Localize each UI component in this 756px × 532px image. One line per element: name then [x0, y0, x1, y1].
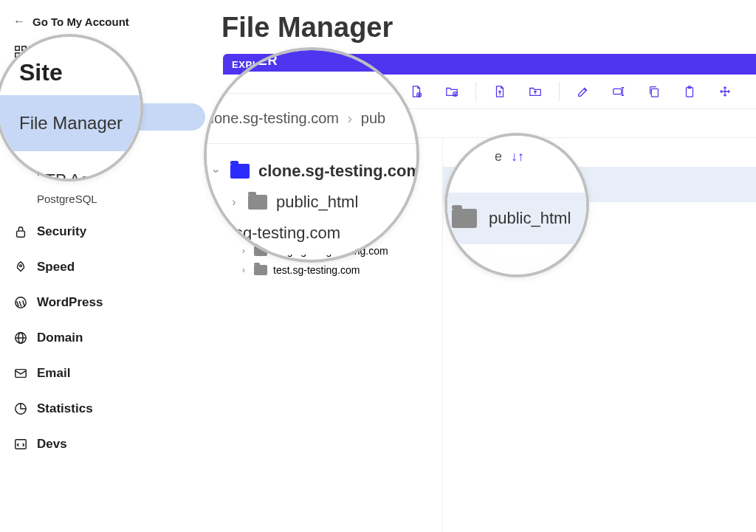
back-to-account-link[interactable]: ← Go To My Account: [0, 9, 223, 35]
tree-item[interactable]: › clone.sg-testing.com: [227, 145, 438, 165]
nav-email[interactable]: Email: [0, 357, 223, 390]
nav-dashboard-label: Dashboard: [37, 44, 103, 59]
explorer-header: EXPLORER: [223, 54, 756, 75]
breadcrumb-sub[interactable]: public_html: [351, 118, 405, 130]
svg-point-7: [20, 265, 22, 267]
toolbar-separator: [559, 82, 560, 101]
svg-rect-0: [16, 46, 19, 50]
file-row[interactable]: public_html: [443, 167, 756, 202]
arrow-left-icon: ←: [13, 15, 25, 28]
tree-item[interactable]: › sg-testing.com: [227, 184, 438, 203]
file-grid-header[interactable]: Name ↓↑: [443, 144, 756, 167]
chevron-right-icon[interactable]: ›: [239, 169, 248, 179]
main-content: File Manager EXPLORER: [223, 0, 756, 532]
folder-tree: › clone.sg-testing.com › public_html › s…: [223, 138, 443, 532]
svg-rect-4: [16, 83, 26, 92]
chevron-right-icon: ›: [340, 118, 344, 130]
toolbar-separator: [475, 82, 476, 101]
nav-speed[interactable]: Speed: [0, 251, 223, 283]
chevron-down-icon[interactable]: ›: [228, 151, 238, 159]
folder-icon: [267, 207, 281, 218]
subnav-pgsql[interactable]: PostgreSQL: [0, 185, 205, 213]
nav-domain-label: Domain: [37, 331, 83, 345]
back-link-label: Go To My Account: [32, 15, 129, 28]
chevron-down-icon[interactable]: ›: [228, 189, 238, 198]
breadcrumb-root[interactable]: clone.sg-testing.com: [235, 118, 333, 130]
folder-icon: [267, 227, 281, 237]
nav-speed-label: Speed: [37, 260, 75, 274]
nav-devs-label: Devs: [37, 437, 67, 452]
page-title: File Manager: [221, 0, 756, 54]
rocket-icon: [13, 260, 28, 274]
file-manager-panel: EXPLORER: [223, 54, 756, 532]
nav-email-label: Email: [37, 366, 70, 381]
nav-wordpress[interactable]: WordPress: [0, 286, 223, 319]
folder-icon: [254, 265, 267, 275]
subnav-ftp[interactable]: FTP Accounts: [0, 131, 205, 158]
nav-dashboard[interactable]: Dashboard: [0, 35, 223, 68]
svg-rect-12: [16, 370, 26, 378]
nav-wordpress-label: WordPress: [37, 295, 103, 310]
svg-rect-2: [16, 53, 19, 57]
window-icon: [13, 80, 28, 94]
copy-icon[interactable]: [647, 84, 662, 99]
svg-rect-14: [16, 440, 26, 449]
nav-domain[interactable]: Domain: [0, 322, 223, 354]
lock-icon: [13, 224, 28, 239]
upload-file-icon[interactable]: [492, 84, 507, 99]
rename-icon[interactable]: [611, 84, 626, 99]
nav-security-label: Security: [37, 224, 86, 239]
nav-statistics[interactable]: Statistics: [0, 393, 223, 425]
svg-rect-1: [22, 46, 26, 50]
nav-devs[interactable]: Devs: [0, 428, 223, 460]
tree-item[interactable]: › public_html: [227, 203, 438, 222]
svg-rect-3: [22, 53, 26, 57]
file-row-label: public_html: [486, 177, 549, 192]
chevron-right-icon[interactable]: ›: [252, 227, 261, 237]
breadcrumb[interactable]: clone.sg-testing.com › public_html: [223, 109, 756, 138]
wordpress-icon: [13, 295, 28, 310]
folder-icon: [244, 150, 257, 160]
pie-icon: [13, 401, 28, 416]
chevron-right-icon[interactable]: ›: [252, 207, 261, 218]
grid-icon: [13, 44, 28, 59]
folder-icon: [456, 177, 475, 192]
column-name: Name: [483, 150, 509, 161]
svg-rect-18: [651, 89, 658, 97]
folder-icon: [244, 188, 257, 198]
folder-icon: [254, 169, 267, 179]
tree-item[interactable]: › test.sg-testing.com: [227, 260, 438, 280]
toolbar: [223, 75, 756, 109]
nav-security[interactable]: Security: [0, 215, 223, 248]
subnav-mysql[interactable]: MySQL: [0, 158, 205, 185]
code-icon: [13, 437, 28, 452]
folder-icon: [254, 246, 267, 256]
envelope-icon: [13, 366, 28, 381]
new-folder-icon[interactable]: [444, 84, 459, 99]
chevron-right-icon[interactable]: ›: [239, 265, 248, 275]
move-icon[interactable]: [718, 84, 732, 99]
svg-rect-17: [614, 89, 622, 94]
tree-item[interactable]: › public_html: [227, 165, 438, 184]
nav-site[interactable]: Site: [0, 71, 223, 103]
tree-item[interactable]: › webstats: [227, 222, 438, 241]
new-file-icon[interactable]: [409, 84, 424, 99]
tree-item[interactable]: › staging14.sg-testing.com: [227, 241, 438, 260]
nav-site-label: Site: [37, 80, 60, 94]
edit-icon[interactable]: [576, 84, 591, 99]
svg-rect-6: [17, 231, 25, 237]
nav-statistics-label: Statistics: [37, 401, 93, 416]
sidebar: ← Go To My Account Dashboard Site File M…: [0, 0, 223, 532]
subnav-file-manager[interactable]: File Manager: [0, 103, 205, 131]
svg-rect-19: [687, 88, 693, 97]
file-grid: Name ↓↑ public_html: [443, 138, 756, 532]
paste-icon[interactable]: [682, 84, 697, 99]
globe-icon: [13, 331, 28, 345]
upload-folder-icon[interactable]: [528, 84, 543, 99]
sort-icon[interactable]: ↓↑: [516, 150, 526, 161]
chevron-right-icon[interactable]: ›: [239, 246, 248, 256]
